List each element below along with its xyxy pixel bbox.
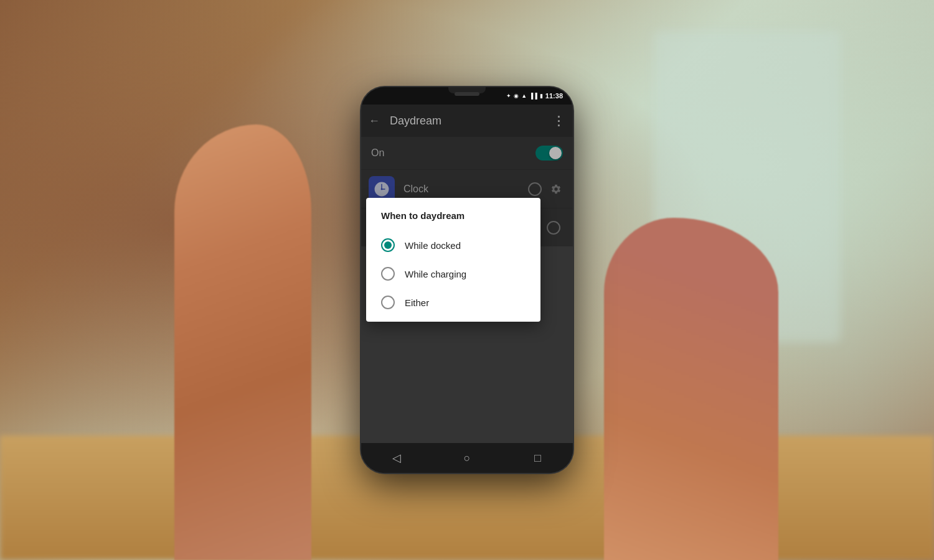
hand-left	[174, 124, 311, 560]
dialog-option-either[interactable]: Either	[366, 288, 540, 317]
recent-nav-button[interactable]: □	[525, 446, 550, 470]
dialog-title: When to daydream	[366, 210, 540, 231]
signal-icon: ▐▐	[529, 93, 537, 99]
battery-icon: ▮	[540, 93, 543, 99]
back-nav-button[interactable]: ◁	[384, 446, 409, 470]
bluetooth-icon: ✦	[506, 93, 511, 99]
either-label: Either	[405, 297, 429, 308]
home-nav-button[interactable]: ○	[455, 446, 479, 470]
while-charging-label: While charging	[405, 269, 466, 279]
radio-while-docked[interactable]	[381, 238, 395, 252]
radio-either[interactable]	[381, 296, 395, 309]
while-docked-label: While docked	[405, 240, 461, 251]
hand-right	[604, 218, 778, 560]
dialog-option-while-charging[interactable]: While charging	[366, 259, 540, 288]
status-time: 11:38	[545, 92, 563, 100]
status-bar: ✦ ◉ ▲ ▐▐ ▮ 11:38	[361, 87, 573, 105]
phone-speaker	[455, 92, 479, 96]
wifi-icon: ▲	[521, 93, 527, 99]
status-icons: ✦ ◉ ▲ ▐▐ ▮ 11:38	[506, 92, 563, 100]
nav-bar: ◁ ○ □	[361, 443, 573, 473]
dialog-overlay[interactable]: When to daydream While docked While char…	[361, 105, 573, 443]
phone: ✦ ◉ ▲ ▐▐ ▮ 11:38 ← Daydream ⋮ On	[361, 87, 573, 473]
dialog: When to daydream While docked While char…	[366, 198, 540, 322]
phone-screen: ← Daydream ⋮ On	[361, 105, 573, 443]
phone-wrapper: ✦ ◉ ▲ ▐▐ ▮ 11:38 ← Daydream ⋮ On	[361, 87, 573, 473]
radio-while-charging[interactable]	[381, 267, 395, 281]
nfc-icon: ◉	[514, 93, 519, 99]
dialog-option-while-docked[interactable]: While docked	[366, 231, 540, 259]
